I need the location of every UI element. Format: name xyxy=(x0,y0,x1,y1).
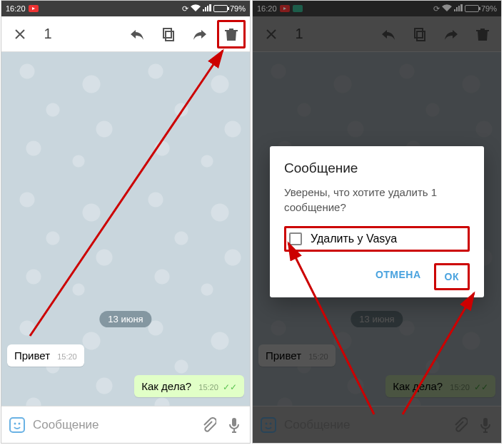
input-bar: Сообщение xyxy=(1,406,250,443)
svg-point-4 xyxy=(19,422,21,424)
ok-button[interactable]: ОК xyxy=(434,263,470,290)
sticker-icon[interactable] xyxy=(7,415,27,435)
copy-icon[interactable] xyxy=(154,20,183,48)
battery-percent: 79% xyxy=(230,4,246,13)
status-time: 16:20 xyxy=(6,4,26,13)
message-time: 15:20 xyxy=(198,383,218,392)
date-badge: 13 июня xyxy=(99,311,151,327)
close-icon[interactable] xyxy=(6,20,34,48)
selected-count: 1 xyxy=(37,26,59,42)
checkbox-icon[interactable] xyxy=(289,232,302,245)
reply-icon[interactable] xyxy=(123,20,151,48)
wifi-icon xyxy=(191,4,201,13)
message-text: Привет xyxy=(14,349,50,362)
svg-rect-0 xyxy=(166,31,173,41)
notification-icon xyxy=(29,5,39,12)
battery-icon xyxy=(213,5,228,12)
sync-icon: ⟳ xyxy=(182,4,188,14)
phone-screen-left: 16:20 ⟳ 79% 1 xyxy=(1,0,251,444)
svg-rect-2 xyxy=(10,418,24,432)
attach-icon[interactable] xyxy=(198,415,218,435)
svg-rect-5 xyxy=(232,418,236,426)
signal-icon xyxy=(203,4,211,13)
selection-toolbar: 1 xyxy=(1,16,250,52)
message-incoming[interactable]: Привет 15:20 xyxy=(7,344,84,367)
delete-button[interactable] xyxy=(217,20,246,48)
chat-area[interactable]: 13 июня Привет 15:20 Как дела? 15:20 ✓✓ xyxy=(1,52,250,406)
svg-rect-1 xyxy=(163,29,171,38)
message-outgoing[interactable]: Как дела? 15:20 ✓✓ xyxy=(134,375,244,397)
svg-point-3 xyxy=(14,422,16,424)
delete-dialog: Сообщение Уверены, что хотите удалить 1 … xyxy=(270,146,484,297)
cancel-button[interactable]: ОТМЕНА xyxy=(367,263,430,290)
delete-for-other-checkbox[interactable]: Удалить у Vasya xyxy=(284,226,470,252)
status-bar: 16:20 ⟳ 79% xyxy=(1,1,250,16)
message-text: Как дела? xyxy=(141,380,191,392)
message-input[interactable]: Сообщение xyxy=(33,418,193,432)
dialog-body: Уверены, что хотите удалить 1 сообщение? xyxy=(284,185,470,215)
checkbox-label: Удалить у Vasya xyxy=(311,232,397,245)
modal-overlay[interactable]: Сообщение Уверены, что хотите удалить 1 … xyxy=(253,1,501,443)
dialog-title: Сообщение xyxy=(284,160,470,176)
read-checks-icon: ✓✓ xyxy=(223,382,237,392)
message-time: 15:20 xyxy=(57,352,77,361)
forward-icon[interactable] xyxy=(186,20,214,48)
phone-screen-right: 16:20 ⟳ 79% 1 13 июня Прив xyxy=(252,0,502,444)
mic-icon[interactable] xyxy=(224,415,244,435)
